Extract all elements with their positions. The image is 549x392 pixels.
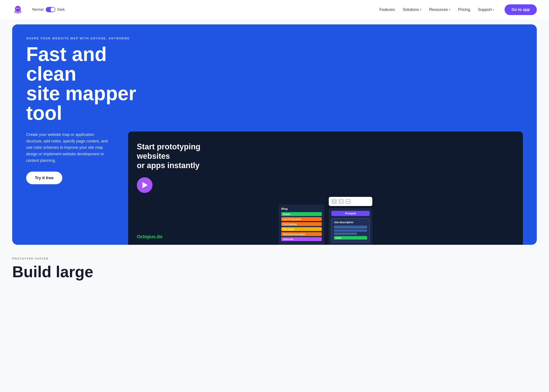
mockup-toolbar	[329, 197, 372, 206]
chevron-down-icon: ▾	[493, 8, 494, 11]
toggle-track[interactable]	[46, 7, 55, 12]
nav-support[interactable]: Support ▾	[478, 7, 494, 12]
svg-point-4	[17, 8, 17, 9]
blog-row-header: Header	[281, 212, 322, 216]
grouped-label: Grouped	[331, 211, 370, 216]
nav-resources[interactable]: Resources ▾	[429, 7, 450, 12]
hero-right: Start prototyping websites or apps insta…	[128, 132, 523, 245]
theme-toggle[interactable]: Normal Dark	[32, 7, 65, 12]
svg-rect-7	[340, 201, 343, 202]
go-to-app-button[interactable]: Go to app	[505, 4, 537, 15]
job-card: Job description Apply	[331, 218, 370, 242]
blog-row-subscribe: Subscribe	[281, 237, 322, 241]
nav-features[interactable]: Features	[380, 7, 395, 12]
blog-row-heading: Post heading	[281, 222, 322, 226]
mockup-area: Blog Header List of blog posts Post head…	[128, 195, 523, 245]
try-it-free-button[interactable]: Try it free	[26, 172, 62, 184]
toolbar-minus-icon	[346, 199, 351, 204]
job-text-info	[334, 226, 367, 229]
hero-wrapper: Share your website map with anyone, anyw…	[0, 19, 549, 245]
svg-point-5	[19, 8, 19, 9]
prototype-title: Build large	[12, 264, 537, 280]
blog-mockup-card: Blog Header List of blog posts Post head…	[279, 204, 324, 245]
hero-subtitle: Share your website map with anyone, anyw…	[26, 37, 523, 40]
nav-solutions[interactable]: Solutions ▾	[403, 7, 421, 12]
prototype-label: Prototype Faster	[12, 257, 537, 260]
chevron-down-icon: ▾	[420, 8, 421, 11]
svg-rect-6	[333, 201, 336, 202]
grouped-mockup-card: Grouped Job description Apply	[329, 208, 372, 245]
brand-name: Octopus.do	[137, 234, 162, 239]
blog-row-description: Post brief description	[281, 232, 322, 236]
play-button[interactable]	[137, 177, 153, 193]
play-icon	[142, 182, 148, 188]
blog-row-image: Pos image	[281, 227, 322, 231]
job-card-title: Job description	[334, 221, 367, 224]
job-apply-label: Apply	[335, 237, 341, 239]
hero-body: Create your website map or application s…	[26, 132, 523, 245]
navbar: Normal Dark Features Solutions ▾ Resourc…	[0, 0, 549, 19]
toolbar-dashed-icon	[339, 199, 344, 204]
hero-description: Create your website map or application s…	[26, 132, 109, 164]
bottom-section: Prototype Faster Build large	[0, 245, 549, 280]
svg-point-1	[15, 6, 21, 12]
toggle-normal-label: Normal	[32, 8, 43, 12]
chevron-down-icon: ▾	[449, 8, 450, 11]
hero-title: Fast and clean site mapper tool	[26, 44, 153, 123]
hero-video-title: Start prototyping websites or apps insta…	[137, 142, 228, 170]
toggle-thumb	[50, 7, 55, 12]
blog-row-list: List of blog posts	[281, 217, 322, 221]
nav-links: Features Solutions ▾ Resources ▾ Pricing…	[380, 4, 537, 15]
logo[interactable]	[12, 4, 23, 15]
toolbar-rect-icon	[332, 199, 337, 204]
job-text-lines2	[334, 233, 357, 235]
blog-title: Blog	[281, 207, 322, 210]
hero-left: Create your website map or application s…	[26, 132, 118, 196]
job-text-lines	[334, 230, 367, 232]
nav-pricing[interactable]: Pricing	[458, 7, 470, 12]
job-apply-button: Apply	[334, 236, 367, 239]
hero-section: Share your website map with anyone, anyw…	[12, 24, 537, 245]
toggle-dark-label: Dark	[57, 8, 65, 12]
